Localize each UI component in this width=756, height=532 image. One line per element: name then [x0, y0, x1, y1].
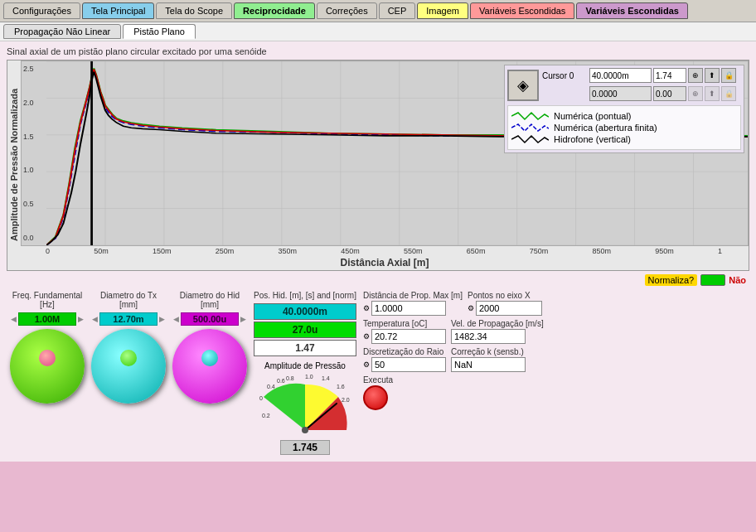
tx-diam-knob-section: Diametro do Tx [mm] ◀ 12.70m ▶	[91, 291, 166, 455]
hid-knob-indicator	[201, 350, 218, 366]
cursor-0-label: Cursor 0	[542, 71, 588, 80]
tx-diam-knob[interactable]	[91, 329, 166, 404]
gauge-value: 1.745	[280, 440, 330, 455]
pos-val-1: 40.0000m	[254, 303, 356, 320]
tab-variaveis-escondidas-2[interactable]: Variáveis Escondidas	[576, 2, 688, 19]
gauge-container: Amplitude de Pressão 0 0.4 0.8 1.0 1.4	[254, 361, 356, 455]
svg-text:1.4: 1.4	[322, 375, 330, 381]
freq-stepper-right[interactable]: ▶	[78, 315, 84, 323]
svg-text:2.0: 2.0	[342, 397, 350, 403]
x-ticks: 050m150m250m350m450m550m650m750m850m950m…	[21, 246, 749, 255]
svg-point-28	[302, 427, 308, 433]
tab-imagem[interactable]: Imagem	[417, 2, 468, 19]
chart-plot[interactable]: 2.5 2.0 1.5 1.0 0.5 0.0	[21, 60, 749, 246]
tx-knob-indicator	[120, 350, 137, 366]
temp-input[interactable]	[371, 329, 446, 344]
cursor-1-value[interactable]	[653, 86, 686, 101]
crosshair-button[interactable]: ◈	[507, 70, 539, 101]
hid-stepper-right[interactable]: ▶	[240, 315, 246, 323]
execute-button[interactable]	[363, 385, 388, 410]
corr-k-input[interactable]	[451, 357, 526, 372]
tx-stepper-left[interactable]: ◀	[92, 315, 98, 323]
hid-stepper-left[interactable]: ◀	[173, 315, 179, 323]
tab-reciprocidade[interactable]: Reciprocidade	[234, 2, 315, 19]
hid-diam-knob-section: Diametro do Hid [mm] ◀ 500.00u ▶	[172, 291, 247, 455]
cursor-row-0: Cursor 0 ⊕ ⬆ 🔒	[542, 68, 736, 83]
cursor-1-move-icon[interactable]: ⊕	[688, 86, 703, 101]
tab-tela-principal[interactable]: Tela Principal	[82, 2, 154, 19]
temp-label: Temperatura [oC]	[363, 319, 446, 328]
legend-panel: Numérica (pontual) Numérica (abertura fi…	[507, 105, 741, 150]
freq-knob-section: Freq. Fundamental [Hz] ◀ 1.00M ▶	[10, 291, 85, 455]
svg-text:1.6: 1.6	[337, 384, 345, 389]
svg-text:1.0: 1.0	[305, 374, 313, 380]
y-axis-label: Amplitude de Pressão Normalizada	[7, 60, 21, 270]
tab-cep[interactable]: CEP	[379, 2, 416, 19]
vel-prop-block: Vel. de Propagação [m/s]	[451, 319, 544, 344]
position-display: Pos. Hid. [m], [s] and [norm] 40.0000m 2…	[254, 291, 356, 455]
disc-raio-stepper[interactable]: ⚙	[363, 360, 370, 369]
svg-text:0.6: 0.6	[277, 378, 285, 384]
tab-correcoes[interactable]: Correções	[317, 2, 377, 19]
cursor-extra-icon[interactable]: 🔒	[721, 68, 736, 83]
freq-knob-indicator	[39, 350, 56, 366]
cursor-0-value[interactable]	[653, 68, 686, 83]
sub-navigation: Propagação Não Linear Pistão Plano	[0, 22, 756, 41]
chart-container: Amplitude de Pressão Normalizada 2.5 2.0…	[7, 60, 749, 271]
pos-title: Pos. Hid. [m], [s] and [norm]	[254, 291, 356, 300]
dist-max-block: Distância de Prop. Max [m] ⚙	[363, 291, 463, 316]
svg-text:0.4: 0.4	[267, 384, 275, 389]
cursor-1-extra-icon[interactable]: 🔒	[721, 86, 736, 101]
corr-k-label: Correção k (sensb.)	[451, 347, 526, 356]
param-row-executa: Executa	[363, 375, 746, 410]
cursor-row-1: ⊕ ⬆ 🔒	[542, 86, 736, 101]
legend-item-numerica-pontual: Numérica (pontual)	[511, 111, 737, 121]
tab-configuracoes[interactable]: Configurações	[3, 2, 80, 19]
cursor-1-position[interactable]	[589, 86, 652, 101]
temp-stepper[interactable]: ⚙	[363, 332, 370, 341]
pontos-x-stepper[interactable]: ⚙	[468, 304, 474, 312]
freq-knob[interactable]	[10, 329, 85, 404]
dist-max-stepper[interactable]: ⚙	[363, 304, 370, 312]
cursor-lock-icon[interactable]: ⬆	[705, 68, 720, 83]
gauge-title: Amplitude de Pressão	[264, 361, 346, 370]
normalize-toggle[interactable]	[700, 274, 725, 286]
tab-propagacao-nao-linear[interactable]: Propagação Não Linear	[3, 24, 121, 39]
tab-variaveis-escondidas-1[interactable]: Variáveis Escondidas	[470, 2, 574, 19]
bottom-controls: Freq. Fundamental [Hz] ◀ 1.00M ▶ Diametr…	[3, 288, 753, 458]
disc-raio-label: Discretização do Raio	[363, 347, 446, 356]
cursor-panel: ◈ Cursor 0 ⊕ ⬆ 🔒	[504, 65, 744, 153]
svg-text:0.2: 0.2	[262, 413, 270, 418]
pontos-x-label: Pontos no eixo X	[468, 291, 542, 300]
gauge-svg: 0 0.4 0.8 1.0 1.4 1.6 2.0 0.2 0.6	[255, 372, 355, 438]
legend-item-hidrofone: Hidrofone (vertical)	[511, 134, 737, 144]
section-title: Sinal axial de um pistão plano circular …	[3, 45, 753, 58]
freq-stepper-left[interactable]: ◀	[11, 315, 17, 323]
y-ticks: 2.5 2.0 1.5 1.0 0.5 0.0	[22, 61, 46, 245]
hid-diam-value: 500.00u	[181, 312, 239, 326]
cursor-1-lock-icon[interactable]: ⬆	[705, 86, 720, 101]
normalize-row: Normaliza? Não	[3, 273, 753, 288]
tab-pistao-plano[interactable]: Pistão Plano	[123, 24, 196, 39]
executa-label: Executa	[363, 375, 393, 384]
tab-tela-scope[interactable]: Tela do Scope	[156, 2, 232, 19]
vel-prop-input[interactable]	[451, 329, 526, 344]
params-section: Distância de Prop. Max [m] ⚙ Pontos no e…	[363, 291, 746, 455]
disc-raio-input[interactable]	[371, 357, 446, 372]
pos-val-2: 27.0u	[254, 322, 356, 338]
cursor-0-position[interactable]	[589, 68, 652, 83]
pontos-x-block: Pontos no eixo X ⚙	[468, 291, 542, 316]
param-row-top: Distância de Prop. Max [m] ⚙ Pontos no e…	[363, 291, 746, 316]
tx-diam-value: 12.70m	[99, 312, 158, 326]
param-row-mid1: Temperatura [oC] ⚙ Vel. de Propagação [m…	[363, 319, 746, 344]
cursor-move-icon[interactable]: ⊕	[688, 68, 703, 83]
hid-diam-knob[interactable]	[172, 329, 247, 404]
dist-max-input[interactable]	[371, 301, 446, 316]
param-row-mid2: Discretização do Raio ⚙ Correção k (sens…	[363, 347, 746, 372]
tx-stepper-right[interactable]: ▶	[159, 315, 165, 323]
freq-label: Freq. Fundamental [Hz]	[10, 291, 85, 309]
chart-area: 2.5 2.0 1.5 1.0 0.5 0.0	[21, 60, 749, 270]
tx-diam-label: Diametro do Tx [mm]	[91, 291, 166, 309]
freq-value: 1.00M	[18, 312, 76, 326]
pontos-x-input[interactable]	[476, 301, 542, 316]
